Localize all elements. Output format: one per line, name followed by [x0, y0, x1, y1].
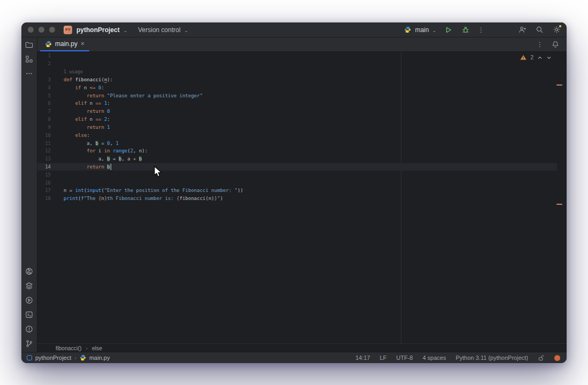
- breadcrumb-separator: ›: [86, 345, 88, 351]
- python-console-icon[interactable]: [25, 267, 34, 275]
- more-actions-menu[interactable]: ⋮: [478, 26, 484, 34]
- code-line-4[interactable]: 4 if n <= 0:: [37, 83, 557, 91]
- line-number[interactable]: 4: [37, 85, 61, 90]
- settings-gear-icon[interactable]: [552, 25, 561, 35]
- title-bar: PY pythonProject ⌄ Version control ⌄ mai…: [21, 22, 567, 37]
- breadcrumb: fibonacci()›else: [37, 343, 567, 352]
- status-project-name[interactable]: pythonProject: [35, 355, 71, 361]
- run-config-name: main: [415, 26, 429, 34]
- code-line-9[interactable]: 9 return 1: [37, 123, 557, 131]
- status-item[interactable]: Python 3.11 (pythonProject): [455, 355, 528, 361]
- code-line-5[interactable]: 5 return "Please enter a positive intege…: [37, 91, 557, 99]
- zoom-window-button[interactable]: [49, 27, 55, 33]
- status-item[interactable]: LF: [380, 355, 386, 361]
- prev-warning-icon[interactable]: [537, 55, 543, 60]
- tab-label: main.py: [55, 40, 78, 48]
- desktop-background: { "titlebar": { "project_name": "pythonP…: [0, 0, 588, 385]
- line-number[interactable]: 2: [37, 61, 61, 66]
- python-file-icon: [80, 355, 86, 361]
- code-line-6[interactable]: 6 elif n == 1:: [37, 99, 557, 107]
- code-line-3[interactable]: 3def fibonacci(n):: [37, 75, 557, 83]
- code-editor[interactable]: 121 usage3def fibonacci(n):4 if n <= 0:5…: [37, 52, 567, 343]
- close-tab-icon[interactable]: ×: [81, 41, 84, 47]
- project-selector[interactable]: pythonProject: [76, 26, 120, 34]
- project-tool-icon[interactable]: [25, 40, 34, 49]
- window-controls[interactable]: [28, 27, 55, 33]
- settings-badge: [559, 25, 562, 28]
- code-line-8[interactable]: 8 elif n == 2:: [37, 116, 557, 124]
- code-line-7[interactable]: 7 return 0: [37, 107, 557, 116]
- line-number[interactable]: 3: [37, 77, 61, 82]
- run-button[interactable]: [444, 25, 453, 35]
- usage-inlay-hint[interactable]: 1 usage: [64, 69, 83, 74]
- next-warning-icon[interactable]: [546, 55, 552, 60]
- line-number[interactable]: 18: [37, 196, 61, 201]
- tab-main-py[interactable]: main.py ×: [40, 37, 89, 51]
- services-tool-icon[interactable]: [25, 281, 34, 290]
- more-tool-windows-icon[interactable]: [25, 69, 34, 78]
- code-line-18[interactable]: 18print(f"The {n}th Fibonacci number is:…: [37, 195, 557, 203]
- line-number[interactable]: 6: [37, 101, 61, 106]
- status-item[interactable]: 14:17: [355, 355, 370, 361]
- inlay-hint-row[interactable]: 1 usage: [37, 68, 557, 76]
- editor-tab-bar: main.py × ⋮: [37, 37, 567, 52]
- notifications-bell-icon[interactable]: [552, 41, 559, 48]
- line-number[interactable]: 9: [37, 125, 61, 130]
- tab-options-menu[interactable]: ⋮: [537, 41, 543, 48]
- line-number[interactable]: 12: [37, 148, 61, 153]
- code-line-2[interactable]: 2: [37, 60, 557, 68]
- vcs-menu[interactable]: Version control: [138, 26, 180, 34]
- line-number[interactable]: 16: [37, 180, 61, 186]
- debug-button[interactable]: [461, 25, 470, 35]
- project-status-icon: [27, 355, 32, 360]
- warning-stripe-mark[interactable]: [556, 204, 562, 205]
- readonly-lock-icon[interactable]: [538, 355, 545, 361]
- tool-window-strip: [21, 37, 37, 352]
- code-line-10[interactable]: 10 else:: [37, 131, 557, 139]
- code-line-12[interactable]: 12 for i in range(2, n):: [37, 147, 557, 155]
- line-number[interactable]: 5: [37, 93, 61, 98]
- python-file-icon: [403, 25, 412, 35]
- line-number[interactable]: 11: [37, 141, 61, 146]
- run-tool-icon[interactable]: [25, 296, 34, 304]
- line-number[interactable]: 7: [37, 109, 61, 114]
- problems-tool-icon[interactable]: [25, 325, 34, 333]
- warning-count: 2: [530, 55, 533, 60]
- code-line-15[interactable]: 15: [37, 171, 557, 179]
- inspections-widget[interactable]: 2: [520, 55, 552, 60]
- code-line-1[interactable]: 1: [37, 52, 557, 60]
- code-line-17[interactable]: 17n = int(input("Enter the position of t…: [37, 187, 557, 195]
- run-configuration-selector[interactable]: main ⌄: [403, 25, 436, 35]
- terminal-tool-icon[interactable]: [25, 310, 34, 319]
- search-icon[interactable]: [535, 25, 544, 35]
- code-line-16[interactable]: 16: [37, 179, 557, 187]
- line-number[interactable]: 1: [37, 53, 61, 58]
- close-window-button[interactable]: [28, 27, 34, 33]
- pycharm-window: PY pythonProject ⌄ Version control ⌄ mai…: [21, 22, 567, 363]
- line-number[interactable]: 13: [37, 156, 61, 161]
- code-line-14[interactable]: 14 return b: [37, 163, 557, 171]
- status-separator: ›: [74, 355, 76, 361]
- line-number[interactable]: 14: [37, 164, 61, 170]
- status-item[interactable]: UTF-8: [396, 355, 413, 361]
- line-number[interactable]: 15: [37, 172, 61, 178]
- warning-stripe-mark[interactable]: [556, 84, 562, 86]
- notification-badge[interactable]: [554, 355, 560, 361]
- minimize-window-button[interactable]: [38, 27, 44, 33]
- code-line-11[interactable]: 11 a, b = 0, 1: [37, 139, 557, 147]
- status-bar: pythonProject › main.py 14:17LFUTF-84 sp…: [21, 352, 567, 363]
- structure-tool-icon[interactable]: [25, 55, 34, 63]
- breadcrumb-item[interactable]: fibonacci(): [56, 345, 81, 351]
- git-tool-icon[interactable]: [25, 339, 34, 348]
- code-line-13[interactable]: 13 a, b = b, a + b: [37, 155, 557, 163]
- chevron-down-icon: ⌄: [184, 28, 189, 33]
- status-file-name[interactable]: main.py: [89, 355, 110, 361]
- breadcrumb-item[interactable]: else: [92, 345, 102, 351]
- line-number[interactable]: 10: [37, 133, 61, 138]
- line-number[interactable]: 17: [37, 188, 61, 193]
- status-item[interactable]: 4 spaces: [422, 355, 446, 361]
- line-number[interactable]: 8: [37, 117, 61, 122]
- chevron-down-icon: ⌄: [123, 28, 128, 33]
- chevron-down-icon: ⌄: [432, 28, 436, 33]
- code-with-me-icon[interactable]: [517, 25, 527, 35]
